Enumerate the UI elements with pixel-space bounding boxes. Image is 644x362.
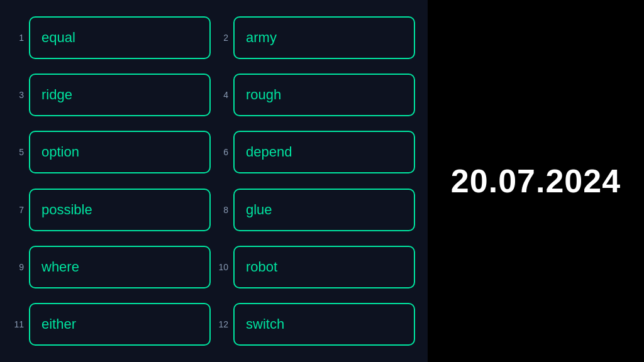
word-box[interactable]: where [29, 246, 211, 288]
word-number: 11 [13, 319, 24, 329]
word-text: robot [246, 259, 277, 275]
word-number: 7 [13, 205, 24, 215]
word-box[interactable]: army [233, 16, 415, 59]
word-text: rough [246, 87, 281, 103]
word-item: 1equal [13, 11, 211, 63]
word-text: glue [246, 202, 272, 218]
word-item: 4rough [217, 69, 415, 121]
word-box[interactable]: switch [233, 303, 415, 346]
word-number: 10 [217, 262, 228, 272]
word-grid: 1equal2army3ridge4rough5option6depend7po… [0, 0, 428, 362]
word-number: 1 [13, 33, 24, 43]
word-box[interactable]: option [29, 131, 211, 173]
word-box[interactable]: robot [233, 246, 415, 288]
word-item: 8glue [217, 184, 415, 236]
word-item: 12switch [217, 299, 415, 351]
word-text: option [42, 144, 79, 160]
word-box[interactable]: equal [29, 16, 211, 59]
word-text: possible [42, 202, 92, 218]
word-text: army [246, 30, 277, 46]
word-item: 2army [217, 11, 415, 63]
word-item: 9where [13, 241, 211, 293]
word-box[interactable]: depend [233, 131, 415, 173]
word-text: ridge [42, 87, 72, 103]
word-box[interactable]: glue [233, 189, 415, 231]
word-box[interactable]: possible [29, 189, 211, 231]
word-item: 7possible [13, 184, 211, 236]
word-number: 5 [13, 147, 24, 157]
word-text: either [42, 316, 76, 332]
word-item: 11either [13, 299, 211, 351]
word-number: 2 [217, 33, 228, 43]
word-item: 6depend [217, 126, 415, 178]
word-item: 3ridge [13, 69, 211, 121]
word-number: 4 [217, 90, 228, 100]
word-number: 9 [13, 262, 24, 272]
word-number: 6 [217, 147, 228, 157]
word-box[interactable]: ridge [29, 74, 211, 116]
word-number: 3 [13, 90, 24, 100]
word-box[interactable]: rough [233, 74, 415, 116]
word-number: 12 [217, 319, 228, 329]
word-item: 10robot [217, 241, 415, 293]
word-box[interactable]: either [29, 303, 211, 346]
word-number: 8 [217, 205, 228, 215]
date-panel: 20.07.2024 [428, 0, 644, 362]
word-text: equal [42, 30, 75, 46]
word-text: where [42, 259, 79, 275]
word-item: 5option [13, 126, 211, 178]
date-display: 20.07.2024 [451, 162, 621, 200]
word-text: switch [246, 316, 284, 332]
word-text: depend [246, 144, 292, 160]
